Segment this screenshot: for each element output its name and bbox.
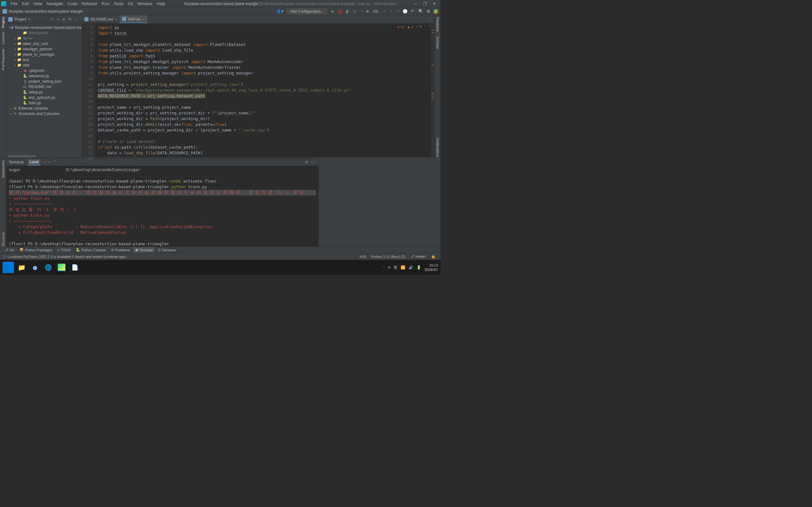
tool-notifications[interactable]: Notifications — [436, 138, 440, 157]
minimize-button[interactable]: — — [413, 1, 417, 6]
tree-utils[interactable]: utils — [23, 63, 30, 67]
tree-label-shp[interactable]: label_shp_root — [23, 42, 48, 46]
tree-scratches[interactable]: Scratches and Consoles — [18, 112, 60, 116]
tree-plane-tri[interactable]: plane_tri_meshgpt — [23, 52, 54, 57]
error-stripe[interactable] — [430, 23, 434, 157]
tree-train[interactable]: train.py — [29, 101, 41, 105]
git-rollback-icon[interactable]: ↶ — [411, 9, 414, 14]
debug-icon[interactable]: 🐞 — [338, 9, 343, 14]
code-with-me-icon[interactable] — [434, 9, 438, 14]
menu-file[interactable]: File — [9, 1, 19, 7]
project-panel-title[interactable]: Project — [14, 17, 26, 21]
tree-readme[interactable]: README.md — [29, 84, 51, 89]
tray-ime-mode[interactable]: A — [388, 265, 391, 270]
tree-meshgpt[interactable]: meshgpt_pytorch — [23, 47, 52, 51]
project-tree[interactable]: ▾▣floorplan-reconsturtion-based-plane-tr… — [6, 23, 82, 155]
tree-project-setting[interactable]: project_setting.json — [29, 79, 61, 83]
menu-navigate[interactable]: Navigate — [45, 1, 65, 7]
status-window-icon[interactable]: ▢ — [3, 255, 6, 259]
menu-refactor[interactable]: Refactor — [80, 1, 99, 7]
expand-all-icon[interactable]: ≡ — [57, 17, 59, 21]
taskbar-pycharm[interactable] — [56, 262, 67, 273]
tree-gitignore[interactable]: .gitignore — [29, 68, 44, 73]
close-icon[interactable]: × — [115, 17, 117, 21]
hide-terminal-icon[interactable]: — — [311, 160, 315, 164]
coverage-icon[interactable]: ◧ — [346, 9, 350, 14]
tool-sciview[interactable]: SciView — [436, 37, 440, 49]
tree-root[interactable]: floorplan-reconsturtion-based-plane-tria… — [15, 25, 82, 30]
toolwin-python-console[interactable]: 🐍Python Console — [74, 247, 108, 252]
select-opened-file-icon[interactable]: ⊙ — [50, 17, 54, 21]
taskbar-notepad[interactable]: 📄 — [69, 262, 81, 273]
menu-git[interactable]: Git — [126, 1, 135, 7]
tab-options-icon[interactable]: ⋮ — [428, 16, 432, 21]
weak-warning-indicator[interactable]: ✓ 8 — [416, 25, 421, 29]
menu-code[interactable]: Code — [66, 1, 79, 7]
collapse-all-icon[interactable]: ≣ — [62, 17, 65, 21]
add-configuration-button[interactable]: Add Configuration... — [287, 8, 327, 14]
search-icon[interactable]: 🔍 — [418, 9, 423, 14]
git-commit-icon[interactable]: ✓ — [390, 9, 393, 14]
git-push-icon[interactable]: ↗ — [396, 9, 400, 14]
profile-icon[interactable]: ◷ — [353, 9, 356, 14]
status-interpreter[interactable]: Python 3.11 (floor) (2) — [371, 255, 405, 259]
git-update-icon[interactable]: ✓ — [383, 9, 387, 14]
close-button[interactable]: ✕ — [433, 1, 436, 6]
tab-readme[interactable]: README.md× — [82, 15, 119, 23]
tool-bookmarks[interactable]: Bookmarks — [1, 160, 5, 178]
tree-external-libs[interactable]: External Libraries — [18, 106, 48, 111]
tray-battery-icon[interactable]: 🔋 — [416, 265, 421, 270]
status-lock-icon[interactable]: 🔒 — [431, 255, 436, 259]
tree-demo[interactable]: demo — [23, 36, 32, 41]
tool-pull-requests[interactable]: Pull Requests — [1, 49, 5, 70]
taskbar-explorer[interactable]: 📁 — [16, 262, 27, 273]
tree-test[interactable]: test — [23, 58, 29, 62]
tray-clock[interactable]: 16:132024/9/7 — [424, 263, 438, 272]
toolwin-todo[interactable]: ≡TODO — [55, 247, 72, 252]
toolwin-problems[interactable]: ⊘Problems — [109, 247, 132, 252]
user-icon[interactable]: 👤▾ — [276, 9, 284, 14]
hide-panel-icon[interactable]: — — [75, 17, 79, 21]
terminal-tab-local[interactable]: Local — [28, 159, 41, 165]
status-message[interactable]: Localized PyCharm 2022.1.3 is available … — [8, 255, 126, 259]
tray-ime-lang[interactable]: 英 — [394, 265, 397, 270]
close-icon[interactable]: × — [142, 17, 144, 21]
menu-view[interactable]: View — [32, 1, 44, 7]
menu-run[interactable]: Run — [100, 1, 111, 7]
tab-train[interactable]: train.py× — [119, 15, 147, 23]
close-terminal-tab-icon[interactable]: × — [44, 161, 45, 164]
status-position[interactable]: 4:63 — [359, 255, 366, 259]
menu-tools[interactable]: Tools — [112, 1, 125, 7]
prev-highlight-icon[interactable]: ˄ — [424, 25, 426, 29]
toolwin-terminal[interactable]: ▣Terminal — [133, 247, 155, 252]
windows-start-button[interactable] — [3, 262, 14, 273]
toolwin-git[interactable]: ⎇Git — [3, 247, 16, 252]
tool-project[interactable]: Project — [1, 17, 5, 28]
project-view-chevron-icon[interactable]: ▼ — [28, 17, 31, 21]
project-settings-icon[interactable]: ⚙ — [68, 17, 72, 21]
status-branch[interactable]: ⎇ master — [410, 255, 426, 259]
git-history-icon[interactable]: 🕘 — [403, 9, 408, 14]
warning-indicator[interactable]: ▲ 1 — [407, 25, 413, 29]
terminal-output[interactable]: sugar D:\develop\Anaconda3\envs\sugar (b… — [6, 166, 318, 246]
stop-icon[interactable]: ■ — [366, 9, 369, 14]
menu-edit[interactable]: Edit — [20, 1, 31, 7]
tool-commit[interactable]: Commit — [1, 32, 5, 44]
menu-help[interactable]: Help — [155, 1, 167, 7]
maximize-button[interactable]: ❐ — [423, 1, 427, 6]
tray-chevron-icon[interactable]: ˄ — [383, 266, 385, 269]
error-indicator[interactable]: ● 10 — [397, 25, 404, 29]
run-icon[interactable]: ▶ — [332, 9, 335, 14]
tool-structure[interactable]: Structure — [1, 232, 5, 246]
tree-inference[interactable]: inference.py — [29, 74, 49, 78]
tree-setup[interactable]: setup.py — [29, 90, 43, 95]
tree-checkpoints[interactable]: checkpoints — [29, 31, 49, 35]
line-gutter[interactable]: 123456789101112131415161718192021222324 — [82, 23, 95, 157]
toolwin-python-packages[interactable]: 📦Python Packages — [17, 247, 54, 252]
more-run-icon[interactable]: ⋯ — [359, 9, 363, 14]
toolwin-services[interactable]: ◷Services — [156, 247, 177, 252]
tray-wifi-icon[interactable]: 📶 — [401, 265, 405, 270]
tool-database[interactable]: Database — [436, 17, 440, 32]
tree-test-pytouch[interactable]: test_pytouch.py — [29, 95, 55, 100]
tray-volume-icon[interactable]: 🔊 — [409, 265, 413, 270]
